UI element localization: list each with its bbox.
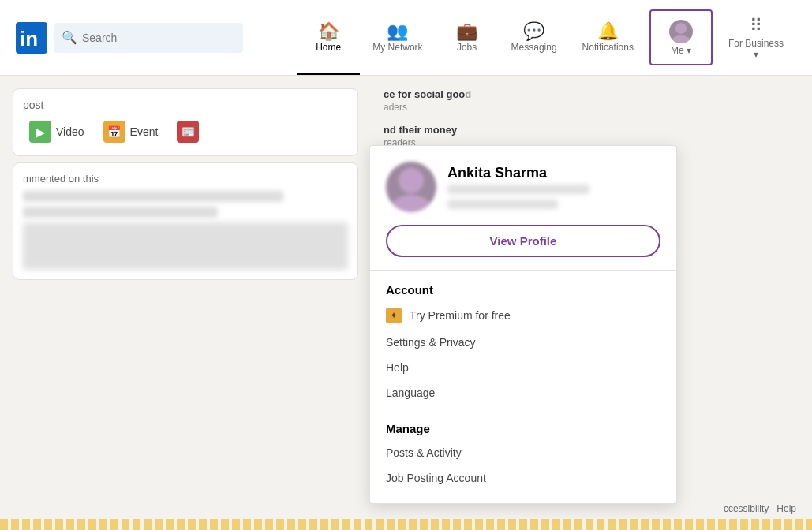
post-box: post ▶ Video 📅 Event 📰 (13, 88, 358, 156)
dropdown-item-help[interactable]: Help (370, 355, 676, 380)
search-box[interactable]: 🔍 (54, 23, 243, 53)
my-network-icon: 👥 (387, 23, 408, 40)
video-icon: ▶ (29, 121, 51, 143)
dropdown-item-language[interactable]: Language (370, 380, 676, 405)
svg-point-4 (399, 168, 424, 193)
my-network-label: My Network (372, 42, 422, 53)
dropdown-avatar (386, 162, 436, 212)
posts-label: Posts & Activity (386, 446, 462, 459)
jobs-label: Jobs (457, 42, 477, 53)
notifications-icon: 🔔 (597, 23, 619, 40)
premium-icon: ✦ (386, 308, 402, 323)
premium-label: Try Premium for free (410, 309, 511, 322)
job-posting-label: Job Posting Account (386, 472, 486, 484)
nav-item-notifications[interactable]: 🔔 Notifications (570, 0, 646, 75)
commented-text: mmented on this (23, 173, 348, 185)
for-business-label: For Business (728, 38, 784, 49)
event-icon: 📅 (103, 121, 125, 143)
svg-point-3 (672, 35, 690, 43)
event-label: Event (130, 125, 159, 138)
article-button[interactable]: 📰 (170, 118, 205, 146)
article-icon: 📰 (177, 121, 199, 143)
messaging-label: Messaging (511, 42, 557, 53)
news-readers-1: aders (384, 102, 799, 113)
svg-text:in: in (20, 27, 38, 50)
news-title-1: ce for social good (384, 88, 799, 102)
dropdown-manage-title: Manage (370, 412, 676, 440)
linkedin-logo: in (16, 0, 47, 75)
nav-items: 🏠 Home 👥 My Network 💼 Jobs 💬 Messaging 🔔… (297, 0, 796, 75)
nav-item-home[interactable]: 🏠 Home (297, 0, 360, 75)
settings-label: Settings & Privacy (386, 336, 476, 349)
messaging-icon: 💬 (523, 23, 544, 40)
dropdown-item-settings[interactable]: Settings & Privacy (370, 330, 676, 355)
jobs-icon: 💼 (456, 23, 477, 40)
grid-icon: ⠿ (750, 16, 762, 36)
news-title-2: nd their money (384, 124, 799, 137)
dropdown-subtitle-1 (447, 185, 589, 194)
dropdown-user-name: Ankita Sharma (447, 165, 589, 181)
language-label: Language (386, 386, 435, 399)
for-business-chevron: ▾ (754, 49, 758, 60)
video-label: Video (56, 125, 84, 138)
post-actions: ▶ Video 📅 Event 📰 (23, 118, 348, 146)
svg-point-5 (391, 195, 432, 212)
view-profile-button[interactable]: View Profile (386, 225, 660, 257)
nav-item-me[interactable]: Me ▾ (649, 9, 713, 65)
me-label: Me ▾ (671, 45, 691, 56)
home-icon: 🏠 (318, 23, 339, 40)
dropdown-divider-2 (370, 409, 676, 409)
dropdown-item-premium[interactable]: ✦ Try Premium for free (370, 301, 676, 330)
search-input[interactable] (82, 32, 235, 44)
news-item-1: ce for social good aders (384, 88, 799, 113)
home-label: Home (316, 42, 341, 53)
post-label: post (23, 99, 348, 111)
nav-item-jobs[interactable]: 💼 Jobs (436, 0, 499, 75)
navbar: in 🔍 🏠 Home 👥 My Network 💼 Jobs 💬 Messag… (0, 0, 812, 76)
video-button[interactable]: ▶ Video (23, 118, 91, 146)
dropdown-subtitle-2 (447, 200, 558, 209)
dropdown-profile-section: Ankita Sharma (370, 146, 676, 225)
search-icon: 🔍 (62, 30, 77, 45)
dropdown-item-job-posting[interactable]: Job Posting Account (370, 465, 676, 491)
left-column: post ▶ Video 📅 Event 📰 mmented on this (0, 76, 371, 530)
nav-item-for-business[interactable]: ⠿ For Business ▾ (716, 0, 796, 75)
nav-item-my-network[interactable]: 👥 My Network (360, 0, 435, 75)
notifications-label: Notifications (582, 42, 634, 53)
dropdown-user-info: Ankita Sharma (447, 165, 589, 209)
accessibility-link[interactable]: ccessibility (724, 503, 769, 514)
me-dropdown: Ankita Sharma View Profile Account ✦ Try… (369, 145, 677, 504)
help-link[interactable]: Help (776, 503, 796, 514)
star-decoration (0, 519, 812, 530)
feed-item-1: mmented on this (13, 162, 358, 280)
footer-links: ccessibility · Help (724, 503, 796, 514)
help-label: Help (386, 361, 409, 374)
dropdown-item-posts[interactable]: Posts & Activity (370, 440, 676, 465)
me-avatar (669, 20, 693, 43)
event-button[interactable]: 📅 Event (97, 118, 165, 146)
main-content: post ▶ Video 📅 Event 📰 mmented on this (0, 76, 812, 530)
blurred-line-1 (23, 191, 283, 202)
dropdown-account-title: Account (370, 274, 676, 301)
svg-point-2 (675, 23, 687, 34)
dropdown-divider-1 (370, 270, 676, 271)
blurred-line-2 (23, 207, 218, 218)
blurred-content (23, 222, 348, 270)
nav-item-messaging[interactable]: 💬 Messaging (499, 0, 570, 75)
